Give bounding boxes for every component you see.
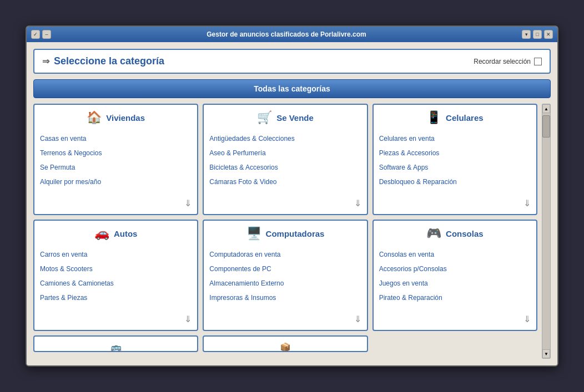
autos-item-0[interactable]: Carros en venta: [40, 250, 192, 259]
autos-title: Autos: [114, 229, 138, 238]
autos-item-1[interactable]: Motos & Scooters: [40, 264, 192, 274]
se-vende-item-0[interactable]: Antigüedades & Colecciones: [209, 134, 361, 144]
computadoras-item-1[interactable]: Componentes de PC: [209, 264, 361, 274]
celulares-title: Celulares: [446, 113, 484, 123]
se-vende-item-3[interactable]: Cámaras Foto & Video: [209, 177, 361, 187]
minimize-button[interactable]: ✓: [31, 30, 40, 39]
computadoras-title: Computadoras: [266, 229, 325, 238]
category-card-extra-0: 🚌: [33, 335, 198, 352]
computadoras-item-2[interactable]: Almacenamiento Externo: [209, 278, 361, 288]
category-card-autos: 🚗AutosCarros en ventaMotos & ScootersCam…: [33, 220, 198, 331]
extra-icon-0: 🚌: [110, 342, 122, 352]
computadoras-item-0[interactable]: Computadoras en venta: [209, 250, 361, 259]
close-button[interactable]: –: [42, 30, 51, 39]
category-header-viviendas: 🏠Viviendas: [40, 110, 192, 127]
computadoras-items: Computadoras en ventaComponentes de PCAl…: [209, 250, 361, 309]
remember-checkbox[interactable]: [534, 58, 542, 65]
celulares-item-0[interactable]: Celulares en venta: [379, 134, 531, 144]
computadoras-down-arrow-icon[interactable]: ⇓: [354, 314, 361, 324]
se-vende-title: Se Vende: [276, 113, 314, 123]
se-vende-item-1[interactable]: Aseo & Perfumería: [209, 148, 361, 158]
category-card-consolas: 🎮ConsolasConsolas en ventaAccesorios p/C…: [372, 220, 537, 331]
celulares-items: Celulares en ventaPiezas & AccesoriosSof…: [379, 134, 531, 194]
category-card-computadoras: 🖥️ComputadorasComputadoras en ventaCompo…: [203, 220, 367, 331]
viviendas-title: Viviendas: [106, 113, 145, 123]
autos-items: Carros en ventaMotos & ScootersCamiones …: [40, 250, 192, 309]
autos-footer: ⇓: [40, 314, 192, 324]
celulares-item-1[interactable]: Piezas & Accesorios: [379, 148, 531, 158]
category-card-celulares: 📱CelularesCelulares en ventaPiezas & Acc…: [372, 104, 537, 215]
category-header-consolas: 🎮Consolas: [379, 226, 531, 243]
header-title-text: Seleccione la categoría: [54, 55, 164, 67]
category-header-extra-0: 🚌: [40, 342, 192, 352]
all-categories-button[interactable]: Todas las categorías: [33, 79, 551, 98]
consolas-item-3[interactable]: Pirateo & Reparación: [379, 293, 531, 303]
viviendas-footer: ⇓: [40, 198, 192, 208]
celulares-footer: ⇓: [379, 198, 531, 208]
remember-label: Recordar selección: [474, 58, 531, 65]
viviendas-item-1[interactable]: Terrenos & Negocios: [40, 148, 192, 158]
category-card-viviendas: 🏠ViviendasCasas en ventaTerrenos & Negoc…: [33, 104, 198, 215]
consolas-item-2[interactable]: Juegos en venta: [379, 278, 531, 288]
consolas-item-1[interactable]: Accesorios p/Consolas: [379, 264, 531, 274]
content-area: ⇒ Seleccione la categoría Recordar selec…: [27, 42, 557, 365]
titlebar-left-controls: ✓ –: [31, 30, 51, 39]
category-header-se-vende: 🛒Se Vende: [209, 110, 361, 127]
category-card-se-vende: 🛒Se VendeAntigüedades & ColeccionesAseo …: [203, 104, 367, 215]
scroll-thumb[interactable]: [542, 115, 550, 138]
header-arrow-icon: ⇒: [42, 56, 49, 67]
se-vende-down-arrow-icon[interactable]: ⇓: [354, 198, 361, 208]
viviendas-item-0[interactable]: Casas en venta: [40, 134, 192, 144]
autos-down-arrow-icon[interactable]: ⇓: [184, 314, 192, 324]
consolas-item-0[interactable]: Consolas en venta: [379, 250, 531, 259]
category-header-celulares: 📱Celulares: [379, 110, 531, 127]
categories-grid: 🏠ViviendasCasas en ventaTerrenos & Negoc…: [33, 104, 537, 359]
celulares-down-arrow-icon[interactable]: ⇓: [523, 198, 531, 208]
rollup-button[interactable]: ▾: [522, 30, 531, 39]
category-header-autos: 🚗Autos: [40, 226, 192, 243]
autos-icon: 🚗: [94, 226, 109, 241]
se-vende-footer: ⇓: [209, 198, 361, 208]
computadoras-footer: ⇓: [209, 314, 361, 324]
scrollbar[interactable]: ▲ ▼: [542, 104, 551, 359]
viviendas-item-3[interactable]: Alquiler por mes/año: [40, 177, 192, 187]
consolas-footer: ⇓: [379, 314, 531, 324]
consolas-items: Consolas en ventaAccesorios p/ConsolasJu…: [379, 250, 531, 309]
se-vende-items: Antigüedades & ColeccionesAseo & Perfume…: [209, 134, 361, 194]
viviendas-item-2[interactable]: Se Permuta: [40, 162, 192, 172]
computadoras-item-3[interactable]: Impresoras & Insumos: [209, 293, 361, 303]
category-header-computadoras: 🖥️Computadoras: [209, 226, 361, 243]
scroll-down-button[interactable]: ▼: [542, 349, 550, 358]
extra-icon-1: 📦: [280, 342, 291, 352]
categories-area: 🏠ViviendasCasas en ventaTerrenos & Negoc…: [33, 104, 551, 359]
consolas-icon: 🎮: [426, 226, 441, 241]
se-vende-icon: 🛒: [257, 110, 272, 125]
titlebar: ✓ – Gestor de anuncios clasificados de P…: [27, 27, 557, 42]
consolas-title: Consolas: [446, 229, 484, 238]
window-title: Gestor de anuncios clasificados de Porla…: [51, 30, 522, 38]
autos-item-3[interactable]: Partes & Piezas: [40, 293, 192, 303]
consolas-down-arrow-icon[interactable]: ⇓: [523, 314, 531, 324]
viviendas-down-arrow-icon[interactable]: ⇓: [184, 198, 192, 208]
header-title-group: ⇒ Seleccione la categoría: [42, 55, 164, 67]
main-window: ✓ – Gestor de anuncios clasificados de P…: [26, 26, 558, 366]
autos-item-2[interactable]: Camiones & Camionetas: [40, 278, 192, 288]
computadoras-icon: 🖥️: [246, 226, 261, 241]
category-card-extra-1: 📦: [203, 335, 367, 352]
exit-button[interactable]: ✕: [544, 30, 553, 39]
category-header-extra-1: 📦: [209, 342, 361, 352]
viviendas-icon: 🏠: [87, 110, 102, 125]
viviendas-items: Casas en ventaTerrenos & NegociosSe Perm…: [40, 134, 192, 194]
celulares-item-3[interactable]: Desbloqueo & Reparación: [379, 177, 531, 187]
header-bar: ⇒ Seleccione la categoría Recordar selec…: [33, 49, 551, 74]
celulares-item-2[interactable]: Software & Apps: [379, 162, 531, 172]
titlebar-right-controls: ▾ □ ✕: [522, 30, 553, 39]
maximize-button[interactable]: □: [533, 30, 542, 39]
celulares-icon: 📱: [426, 110, 441, 125]
se-vende-item-2[interactable]: Bicicletas & Accesorios: [209, 162, 361, 172]
remember-selection-group: Recordar selección: [474, 58, 542, 65]
scroll-up-button[interactable]: ▲: [542, 104, 550, 113]
